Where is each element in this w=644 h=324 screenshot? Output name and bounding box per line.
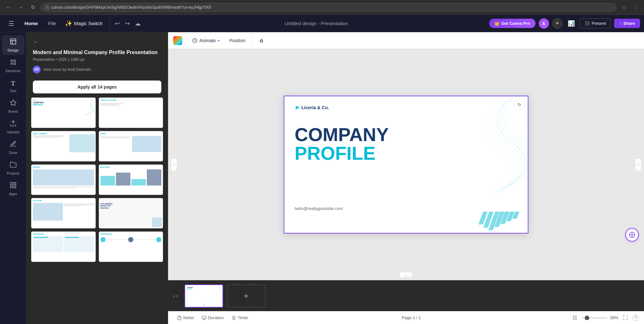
apply-all-btn[interactable]: Apply all 14 pages xyxy=(33,81,161,93)
svg-rect-0 xyxy=(45,7,49,9)
canvas-main[interactable]: ➤ Liceria & Co. COMPANY PROFILE hello@re… xyxy=(168,49,644,280)
sidebar-item-projects[interactable]: Projects xyxy=(2,158,24,178)
app-toolbar: ☰ Home File ✨ Magic Switch ↩ ↪ ☁ Untitle… xyxy=(0,15,644,32)
paintbucket-btn[interactable] xyxy=(255,36,267,45)
bottom-bar: Notes Duration Timer Page 1 / 1 ☷ 39% ⛶ … xyxy=(168,311,644,324)
panel-header: ← Modern and Minimal Company Profile Pre… xyxy=(26,32,168,77)
animate-btn[interactable]: Animate ● xyxy=(189,36,223,45)
panel-back-btn[interactable]: ← xyxy=(33,39,39,45)
svg-rect-11 xyxy=(14,186,15,188)
zoom-slider[interactable] xyxy=(582,317,607,319)
animate-icon xyxy=(192,38,197,43)
add-collaborator-btn[interactable]: + xyxy=(552,18,563,29)
canvas-toolbar: Animate ● Position xyxy=(168,32,644,49)
canvas-divider-1 xyxy=(252,36,252,45)
slide-main-text: COMPANY PROFILE xyxy=(295,125,389,163)
template-thumb-about[interactable]: ABOUT COMPANY xyxy=(31,131,96,162)
help-btn[interactable]: ? xyxy=(632,315,639,321)
page-thumb-1[interactable]: COMPANY PROFILE 1 xyxy=(185,284,223,308)
svg-point-4 xyxy=(11,63,13,65)
toolbar-divider-1 xyxy=(109,19,110,28)
template-thumb-milestone[interactable]: MILESTONE xyxy=(99,164,164,195)
timer-btn[interactable]: Timer xyxy=(228,311,252,324)
strip-prev-btn[interactable]: ‹ xyxy=(173,293,175,299)
sidebar-item-elements[interactable]: Elements xyxy=(2,56,24,75)
slide-stripes xyxy=(481,212,518,230)
panel-title: Modern and Minimal Company Profile Prese… xyxy=(33,49,161,56)
slide-wavy-decoration xyxy=(418,96,528,193)
canvas-right-collapse[interactable]: › xyxy=(635,158,641,171)
cloud-save-btn[interactable]: ☁ xyxy=(132,20,143,27)
strip-next-btn[interactable]: › xyxy=(176,293,178,299)
rotate-btn[interactable]: ↻ xyxy=(514,100,525,110)
share-icon: ↑ xyxy=(619,21,621,26)
duration-icon xyxy=(202,316,206,320)
home-link[interactable]: Home xyxy=(19,21,44,26)
browser-url-bar[interactable]: canva.com/design/DAF6MxpUmSg/NNDOedlnX4z… xyxy=(41,3,616,12)
present-btn[interactable]: ⬛ Present xyxy=(580,18,611,28)
share-btn[interactable]: ↑ Share xyxy=(614,19,640,28)
page-thumb-add[interactable]: + xyxy=(227,284,266,308)
notes-btn[interactable]: Notes xyxy=(173,311,198,324)
template-grid: ◀ liceria COMPANY PROFILE TABLE OF CONTE… xyxy=(31,97,163,262)
svg-rect-10 xyxy=(10,186,12,188)
slide-profile-text: PROFILE xyxy=(295,144,389,163)
text-icon: T xyxy=(11,79,15,88)
author-name[interactable]: View more by Amit Debnath xyxy=(43,67,91,72)
elements-icon xyxy=(10,59,17,68)
zoom-area: ☷ 39% ⛶ ? xyxy=(571,315,639,321)
paintbucket-icon xyxy=(259,38,264,43)
panel-subtitle: Presentation • 1920 x 1080 px xyxy=(33,57,161,62)
browser-refresh-btn[interactable]: ↻ xyxy=(28,3,37,12)
apps-icon xyxy=(10,182,17,191)
svg-rect-8 xyxy=(10,183,12,185)
sidebar-item-draw[interactable]: Draw xyxy=(2,138,24,157)
svg-marker-6 xyxy=(10,100,16,105)
user-avatar[interactable]: A xyxy=(539,18,549,29)
redo-btn[interactable]: ↪ xyxy=(122,20,132,27)
browser-forward-btn[interactable]: → xyxy=(16,3,25,12)
color-swatch[interactable] xyxy=(173,36,182,45)
template-thumb-service[interactable]: OUR SERVICE xyxy=(31,231,96,262)
sidebar-item-apps[interactable]: Apps xyxy=(2,179,24,198)
canvas-bottom-collapse[interactable]: ⌄ xyxy=(400,272,412,278)
grid-view-btn[interactable]: ☷ xyxy=(571,315,579,321)
browser-back-btn[interactable]: ← xyxy=(4,3,13,12)
template-thumb-quote[interactable]: STAY INSPIRED,NEVER STOPCREATING. xyxy=(99,198,164,229)
design-title: Untitled design - Presentation xyxy=(143,21,489,26)
sidebar-item-uploads[interactable]: Uploads xyxy=(2,117,24,137)
template-thumb-process[interactable]: THE PROCESS xyxy=(99,231,164,262)
canvas-area: Animate ● Position ➤ Liceria & Co. xyxy=(168,32,644,324)
magic-icon: ✨ xyxy=(65,20,72,27)
hamburger-menu[interactable]: ☰ xyxy=(4,20,19,27)
template-thumb-team[interactable]: OUR TEAM xyxy=(31,198,96,229)
sidebar-item-design[interactable]: Design xyxy=(2,35,24,55)
crosshair-icon xyxy=(629,232,635,238)
toolbar-right: 👑 Get Canva Pro A + 📊 ⬛ Present ↑ Share xyxy=(489,18,640,29)
canvas-left-collapse[interactable]: ‹ xyxy=(171,158,177,171)
magic-switch-btn[interactable]: ✨ Magic Switch xyxy=(61,20,107,27)
panel-collapse-btn[interactable]: ‹ xyxy=(163,170,168,186)
fullscreen-btn[interactable]: ⛶ xyxy=(621,315,630,321)
sidebar-item-text[interactable]: T Text xyxy=(2,77,24,95)
duration-btn[interactable]: Duration xyxy=(198,311,228,324)
draw-icon xyxy=(10,140,17,149)
template-thumb-toc[interactable]: TABLE OF CONTENT xyxy=(99,97,164,128)
browser-menu-btn[interactable]: ⋮ xyxy=(631,3,640,12)
template-grid-scroll[interactable]: ◀ liceria COMPANY PROFILE TABLE OF CONTE… xyxy=(26,97,168,324)
main-layout: Design Elements T Text Brand Uploads xyxy=(0,32,644,324)
browser-star-btn[interactable]: ☆ xyxy=(620,3,629,12)
ai-assist-btn[interactable] xyxy=(625,228,639,242)
template-thumb-company-profile[interactable]: ◀ liceria COMPANY PROFILE xyxy=(31,97,96,128)
file-menu[interactable]: File xyxy=(44,21,61,26)
canva-pro-btn[interactable]: 👑 Get Canva Pro xyxy=(489,19,535,28)
position-btn[interactable]: Position xyxy=(226,36,249,45)
template-thumb-vision[interactable]: VISION xyxy=(99,131,164,162)
analytics-btn[interactable]: 📊 xyxy=(566,20,577,27)
notes-icon xyxy=(177,316,182,320)
undo-btn[interactable]: ↩ xyxy=(112,20,122,27)
browser-actions: ☆ ⋮ xyxy=(620,3,640,12)
template-thumb-mission[interactable]: MISSION xyxy=(31,164,96,195)
sidebar-item-brand[interactable]: Brand xyxy=(2,97,24,116)
slide-container[interactable]: ➤ Liceria & Co. COMPANY PROFILE hello@re… xyxy=(284,96,528,233)
